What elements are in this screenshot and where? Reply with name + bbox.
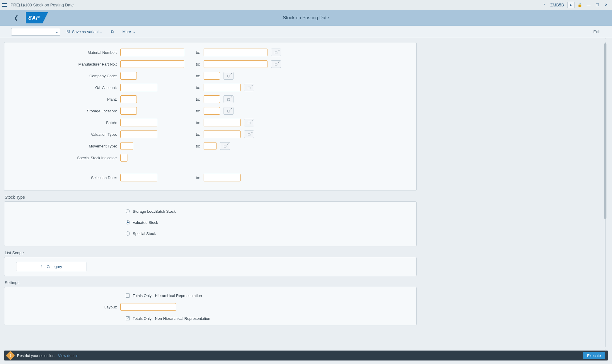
exit-button[interactable]: Exit: [593, 30, 601, 34]
to-label: to:: [157, 85, 204, 90]
input-to[interactable]: [204, 84, 241, 91]
input-from[interactable]: [120, 119, 157, 126]
input-from[interactable]: [120, 131, 157, 138]
multiple-selection-button[interactable]: ▢: [244, 119, 254, 126]
section-settings: Settings: [5, 280, 607, 285]
selection-row: Material Number:to:▢: [9, 47, 412, 58]
play-icon[interactable]: ▸: [567, 2, 575, 8]
input-to[interactable]: [204, 119, 241, 126]
field-label: Material Number:: [9, 50, 120, 55]
window-title: PRE(1)/100 Stock on Posting Date: [11, 3, 542, 7]
field-label: Special Stock Indicator:: [9, 156, 120, 160]
sap-logo: SAP: [26, 12, 48, 23]
content-area: Material Number:to:▢Manufacturer Part No…: [0, 38, 612, 351]
input-from[interactable]: [120, 84, 157, 91]
field-label: Manufacturer Part No.:: [9, 62, 120, 66]
title-bar-right: 〉 ZMB5B ▸ 🔓 — ☐ ✕: [542, 2, 610, 8]
row-layout: Layout:: [9, 301, 412, 313]
maximize-icon[interactable]: ☐: [594, 2, 601, 8]
minimize-icon[interactable]: —: [585, 2, 592, 8]
chevron-down-icon: ⌄: [55, 30, 58, 34]
selection-row: Manufacturer Part No.:to:▢: [9, 58, 412, 70]
input-selection-date-to[interactable]: [204, 174, 241, 181]
selection-row: Batch:to:▢: [9, 117, 412, 128]
input-to[interactable]: [204, 131, 241, 138]
transaction-code: ZMB5B: [550, 3, 564, 7]
input-from[interactable]: [120, 60, 184, 68]
input-layout[interactable]: [120, 303, 176, 311]
section-list-scope: List Scope: [5, 250, 607, 255]
multiple-selection-button[interactable]: ▢: [224, 95, 233, 103]
input-from[interactable]: [120, 107, 137, 115]
checkbox-totals-hierarchical[interactable]: [126, 293, 130, 298]
scroll-up-icon[interactable]: ⌃: [604, 38, 607, 42]
radio-button[interactable]: [126, 220, 130, 224]
unlock-icon[interactable]: 🔓: [576, 2, 583, 8]
vertical-scrollbar[interactable]: ⌃ ⌄: [604, 38, 607, 351]
toolbar: ⌄ 🖫 Save as Variant... ⧉ More ⌄ Exit: [0, 26, 612, 38]
multiple-selection-button[interactable]: ▢: [244, 131, 254, 138]
row-totals-hierarchical: Totals Only - Hierarchical Representatio…: [9, 290, 412, 301]
input-from[interactable]: [120, 72, 137, 80]
input-to[interactable]: [204, 72, 220, 80]
radio-row: Storage Loc./Batch Stock: [9, 206, 412, 217]
input-selection-date-from[interactable]: [120, 174, 157, 181]
selection-row: Special Stock Indicator:: [9, 152, 412, 164]
copy-button[interactable]: ⧉: [108, 29, 117, 34]
multiple-selection-button[interactable]: ▢: [224, 72, 233, 80]
field-label: Storage Location:: [9, 109, 120, 113]
radio-button[interactable]: [126, 209, 130, 213]
to-label: to:: [157, 176, 204, 180]
checkbox-totals-non-hierarchical[interactable]: ✓: [126, 316, 130, 320]
menu-icon[interactable]: [2, 3, 7, 7]
settings-panel: Totals Only - Hierarchical Representatio…: [4, 287, 417, 325]
save-variant-button[interactable]: 🖫 Save as Variant...: [63, 30, 105, 34]
multiple-selection-button[interactable]: ▢: [244, 84, 254, 91]
close-icon[interactable]: ✕: [603, 2, 610, 8]
input-to[interactable]: [204, 60, 267, 68]
input-from[interactable]: [120, 95, 137, 103]
radio-label: Storage Loc./Batch Stock: [133, 209, 176, 214]
radio-button[interactable]: [126, 231, 130, 236]
to-label: to:: [137, 97, 204, 102]
section-stock-type: Stock Type: [5, 195, 607, 200]
multiple-selection-button[interactable]: ▢: [220, 142, 230, 150]
input-to[interactable]: [204, 49, 267, 56]
back-button[interactable]: ❮: [12, 13, 21, 22]
variant-select[interactable]: ⌄: [11, 28, 60, 36]
selection-row: G/L Account:to:▢: [9, 82, 412, 93]
multiple-selection-button[interactable]: ▢: [271, 60, 281, 68]
radio-row: Valuated Stock: [9, 217, 412, 228]
input-to[interactable]: [204, 95, 220, 103]
input-to[interactable]: [204, 107, 220, 115]
radio-label: Valuated Stock: [133, 220, 158, 225]
selection-row: Storage Location:to:▢: [9, 105, 412, 117]
input-from[interactable]: [120, 142, 133, 150]
status-bar: ! Restrict your selection View details E…: [4, 351, 608, 360]
radio-row: Special Stock: [9, 228, 412, 239]
to-label: to:: [137, 74, 204, 78]
chevron-right-icon: 〉: [40, 264, 44, 269]
multiple-selection-button[interactable]: ▢: [271, 49, 281, 56]
page-title: Stock on Posting Date: [283, 15, 329, 20]
input-from[interactable]: [120, 49, 184, 56]
multiple-selection-button[interactable]: ▢: [224, 107, 233, 115]
view-details-link[interactable]: View details: [58, 353, 78, 358]
input-to[interactable]: [204, 142, 216, 150]
label-layout: Layout:: [9, 305, 120, 309]
input-from[interactable]: [120, 154, 127, 162]
to-label: to:: [133, 144, 204, 148]
category-expand-button[interactable]: 〉 Category: [16, 262, 86, 271]
scroll-thumb[interactable]: [604, 43, 606, 219]
selection-row: Movement Type:to:▢: [9, 140, 412, 152]
execute-button[interactable]: Execute: [583, 352, 605, 359]
to-label: to:: [184, 62, 204, 66]
stock-type-panel: Storage Loc./Batch StockValuated StockSp…: [4, 201, 417, 246]
warning-icon: !: [6, 351, 15, 360]
selection-panel: Material Number:to:▢Manufacturer Part No…: [4, 42, 417, 191]
chevron-right-icon[interactable]: 〉: [542, 2, 548, 8]
more-button[interactable]: More ⌄: [120, 30, 139, 34]
field-label: Valuation Type:: [9, 132, 120, 137]
status-message: Restrict your selection: [17, 353, 54, 358]
to-label: to:: [157, 132, 204, 137]
